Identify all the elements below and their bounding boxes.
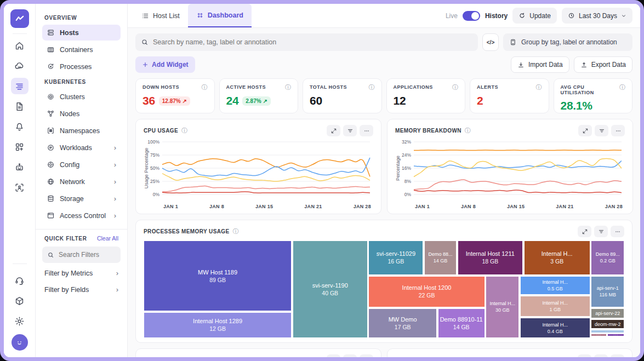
group-by-selector[interactable]: Group by tag, label or annotation bbox=[503, 33, 632, 51]
svg-text:Usage Percentage: Usage Percentage bbox=[144, 148, 149, 189]
sidebar-item-containers[interactable]: Containers bbox=[42, 42, 121, 58]
filter-search-box[interactable] bbox=[42, 247, 121, 263]
treemap-tile[interactable]: Internal H...30 GB bbox=[486, 276, 519, 338]
filter-button[interactable] bbox=[594, 226, 608, 237]
expand-button[interactable] bbox=[327, 354, 340, 357]
filter-button[interactable] bbox=[595, 125, 608, 136]
filter-button[interactable] bbox=[594, 354, 608, 357]
rail-report-scan-icon[interactable] bbox=[11, 179, 29, 196]
avatar[interactable] bbox=[12, 334, 28, 351]
tile-name: Internal Host 1211 bbox=[466, 250, 515, 257]
treemap-tile[interactable]: MW Demo17 GB bbox=[368, 308, 437, 338]
import-data-button[interactable]: Import Data bbox=[511, 56, 569, 73]
expand-button[interactable] bbox=[578, 226, 591, 237]
treemap-tile[interactable]: Demo 88...14 GB bbox=[424, 240, 457, 275]
rail-support-headset-icon[interactable] bbox=[11, 272, 29, 289]
tab-dashboard[interactable]: Dashboard bbox=[188, 4, 252, 27]
add-widget-button[interactable]: Add Widget bbox=[135, 56, 195, 73]
treemap-tile[interactable]: ··· bbox=[618, 337, 624, 338]
info-icon[interactable]: ⓘ bbox=[181, 128, 187, 134]
sidebar-item-network[interactable]: Network› bbox=[42, 174, 121, 190]
treemap-tile[interactable]: Internal H...1 GB bbox=[520, 296, 590, 317]
info-icon[interactable]: ⓘ bbox=[202, 84, 208, 90]
sidebar-item-storage[interactable]: Storage› bbox=[42, 191, 121, 207]
filter-row-filter-by-metrics[interactable]: Filter by Metrics› bbox=[42, 263, 121, 279]
live-label: Live bbox=[446, 12, 458, 20]
sidebar-item-hosts[interactable]: Hosts bbox=[42, 25, 121, 41]
filter-row-filter-by-fields[interactable]: Filter by Fields› bbox=[42, 279, 121, 296]
rail-widgets-icon[interactable] bbox=[11, 139, 29, 155]
filter-button[interactable] bbox=[343, 354, 357, 357]
treemap-tile[interactable]: api-serv-1116 MB bbox=[591, 276, 624, 307]
toggle-knob bbox=[471, 12, 479, 20]
sidebar-item-workloads[interactable]: Workloads› bbox=[42, 140, 121, 156]
export-data-button[interactable]: Export Data bbox=[574, 56, 632, 73]
sidebar-item-namespaces[interactable]: Namespaces bbox=[42, 123, 121, 139]
sidebar-item-access-control[interactable]: Access Control› bbox=[42, 208, 121, 224]
more-options-button[interactable] bbox=[611, 226, 624, 237]
rail-alerts-bell-icon[interactable] bbox=[11, 118, 29, 135]
sidebar-item-config[interactable]: Config› bbox=[42, 157, 121, 173]
sidebar-item-processes[interactable]: Processes bbox=[42, 59, 121, 75]
globe-icon bbox=[47, 177, 55, 186]
treemap-tile[interactable]: Demo 88910-1114 GB bbox=[438, 308, 485, 338]
clear-all-link[interactable]: Clear All bbox=[97, 235, 118, 242]
time-range-selector[interactable]: Last 30 Days bbox=[562, 8, 632, 24]
host-search-input[interactable] bbox=[153, 38, 472, 46]
sidebar-item-nodes[interactable]: Nodes bbox=[42, 106, 121, 122]
rail-home-icon[interactable] bbox=[11, 37, 29, 54]
host-search-box[interactable] bbox=[135, 33, 478, 51]
info-icon[interactable]: ⓘ bbox=[536, 84, 542, 90]
treemap-tile[interactable]: Internal Host 128912 GB bbox=[144, 312, 292, 338]
expand-button[interactable] bbox=[327, 125, 340, 136]
treemap-tile[interactable]: ··· bbox=[607, 334, 624, 336]
process-icon bbox=[47, 62, 55, 71]
tab-host-list[interactable]: Host List bbox=[133, 4, 188, 27]
treemap-tile[interactable]: Internal H...0.5 GB bbox=[520, 276, 590, 295]
treemap-tile[interactable]: Demo 89...0.2 GB bbox=[591, 240, 624, 275]
treemap-tile[interactable]: Internal H...3 GB bbox=[524, 240, 590, 275]
rail-settings-gear-icon[interactable] bbox=[11, 313, 29, 329]
rail-cloud-icon[interactable] bbox=[11, 58, 29, 74]
rail-bot-icon[interactable] bbox=[11, 159, 29, 175]
treemap-tile[interactable]: Internal H...0.4 GB bbox=[520, 318, 590, 338]
more-options-button[interactable] bbox=[360, 354, 373, 357]
more-options-button[interactable] bbox=[611, 354, 624, 357]
treemap-tile[interactable]: ··· bbox=[607, 337, 617, 338]
sidebar-item-label: Workloads bbox=[60, 144, 92, 152]
info-icon[interactable]: ⓘ bbox=[369, 84, 375, 90]
update-button[interactable]: Update bbox=[512, 8, 557, 24]
more-options-button[interactable] bbox=[611, 125, 625, 136]
info-icon[interactable]: ⓘ bbox=[285, 84, 291, 90]
expand-button[interactable] bbox=[578, 125, 592, 136]
filter-button[interactable] bbox=[343, 125, 357, 136]
info-icon[interactable]: ⓘ bbox=[465, 128, 471, 134]
treemap-tile[interactable]: ··· bbox=[591, 330, 624, 333]
treemap-tile[interactable]: MW Host 118989 GB bbox=[144, 240, 292, 311]
rail-package-icon[interactable] bbox=[11, 293, 29, 309]
treemap-tile[interactable]: svi-serv-1102916 GB bbox=[368, 240, 423, 275]
filter-search-input[interactable] bbox=[59, 251, 113, 259]
treemap-tile[interactable]: Internal Host 121118 GB bbox=[458, 240, 523, 275]
rail-infra-list-icon[interactable] bbox=[11, 78, 29, 94]
treemap-tile[interactable]: ··· bbox=[591, 337, 606, 338]
plus-icon bbox=[142, 61, 149, 68]
stat-card-header: APPLICATIONSⓘ bbox=[394, 84, 459, 90]
info-icon[interactable]: ⓘ bbox=[233, 228, 239, 234]
live-history-toggle[interactable] bbox=[463, 11, 480, 21]
sidebar-item-clusters[interactable]: Clusters bbox=[42, 89, 121, 105]
treemap-tile[interactable]: Internal Host 120022 GB bbox=[368, 276, 485, 307]
rail-logs-icon[interactable] bbox=[11, 98, 29, 114]
stat-card-title: AVG CPU UTILISATION bbox=[561, 84, 620, 95]
treemap-tile[interactable]: ··· bbox=[591, 334, 606, 336]
treemap-title: PROCESSES MEMORY USAGE bbox=[144, 228, 230, 234]
treemap-tile[interactable]: svi-serv-119040 GB bbox=[293, 240, 368, 338]
info-icon[interactable]: ⓘ bbox=[452, 84, 458, 90]
treemap-tile[interactable]: api-serv-22 bbox=[591, 308, 624, 319]
app-logo[interactable] bbox=[10, 9, 29, 28]
expand-button[interactable] bbox=[578, 354, 591, 357]
info-icon[interactable]: ⓘ bbox=[619, 84, 625, 90]
more-options-button[interactable] bbox=[360, 125, 373, 136]
query-syntax-button[interactable]: </> bbox=[482, 33, 499, 51]
treemap-tile[interactable]: deom-mw-2 bbox=[591, 319, 624, 329]
